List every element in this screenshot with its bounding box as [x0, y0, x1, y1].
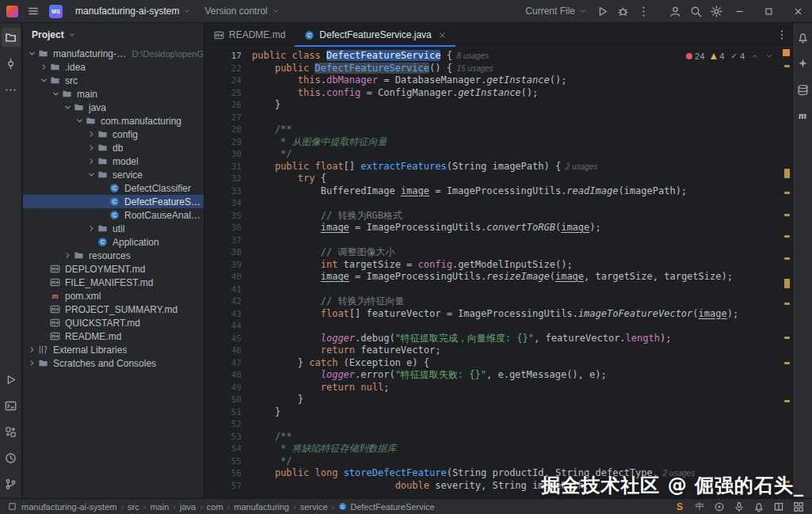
more-tool-windows-icon[interactable]	[2, 80, 21, 99]
chevron-down-icon[interactable]	[28, 49, 36, 58]
breadcrumb-item[interactable]: CDefectFeatureService	[338, 502, 434, 512]
breadcrumb-item[interactable]: manufacturing	[234, 502, 289, 512]
stripe-warning-mark[interactable]	[784, 337, 790, 339]
code-line[interactable]: public DefectFeatureService() { 15 usage…	[252, 63, 781, 75]
code-line[interactable]: public float[] extractFeatures(String im…	[252, 161, 781, 173]
line-number[interactable]: 24	[204, 74, 242, 87]
code-line[interactable]: this.config = ConfigManager.getInstance(…	[252, 87, 781, 100]
line-number[interactable]: 40	[204, 271, 242, 284]
terminal-tool-icon[interactable]	[2, 396, 21, 415]
version-control-menu[interactable]: Version control	[199, 2, 284, 21]
tree-item[interactable]: db	[23, 141, 204, 154]
chevron-right-icon[interactable]	[28, 359, 36, 367]
close-button[interactable]	[784, 0, 812, 23]
stripe-warning-mark[interactable]	[783, 49, 790, 56]
breadcrumb-item[interactable]: com	[207, 502, 223, 512]
line-number[interactable]: 22	[204, 63, 242, 75]
tree-item[interactable]: config	[23, 128, 204, 141]
line-number[interactable]: 30	[204, 148, 242, 161]
project-logo[interactable]: MS	[49, 5, 63, 18]
stripe-warning-mark[interactable]	[784, 65, 790, 67]
chevron-down-icon[interactable]	[63, 103, 72, 112]
tree-item[interactable]: util	[23, 222, 204, 235]
line-number[interactable]: 54	[204, 443, 242, 455]
line-number[interactable]: 36	[204, 222, 242, 234]
breadcrumb-item[interactable]: main	[150, 502, 169, 512]
line-number[interactable]: 33	[204, 185, 242, 198]
line-number[interactable]: 49	[204, 382, 242, 394]
stripe-warning-mark[interactable]	[784, 400, 790, 402]
line-number[interactable]: 29	[204, 136, 242, 149]
tab-options-icon[interactable]	[776, 29, 787, 40]
code-line[interactable]: try {	[252, 173, 781, 185]
line-number[interactable]: 56	[204, 467, 242, 480]
chevron-right-icon[interactable]	[40, 63, 48, 71]
code-line[interactable]	[252, 234, 781, 247]
error-count[interactable]: 24	[686, 51, 704, 61]
run-icon[interactable]	[593, 2, 612, 21]
tree-item[interactable]: CApplication	[23, 235, 204, 249]
minimize-button[interactable]	[726, 0, 753, 23]
previous-problem-icon[interactable]	[751, 52, 759, 60]
chevron-right-icon[interactable]	[87, 157, 96, 166]
code-line[interactable]: return null;	[252, 382, 781, 394]
user-icon[interactable]	[665, 2, 684, 21]
code-line[interactable]: * 将缺陷特征存储到数据库	[252, 443, 781, 455]
code-line[interactable]	[252, 197, 781, 210]
code-line[interactable]: /**	[252, 124, 781, 136]
code-line[interactable]: * 从图像中提取特征向量	[252, 136, 781, 149]
tree-item[interactable]: Scratches and Consoles	[23, 356, 204, 370]
tree-item[interactable]: QUICKSTART.md	[23, 316, 204, 329]
run-configuration-selector[interactable]: Current File	[520, 2, 593, 21]
line-number[interactable]: 42	[204, 295, 242, 308]
breadcrumb-item[interactable]: java	[180, 502, 196, 512]
line-number[interactable]: 31	[204, 161, 242, 173]
line-number[interactable]: 45	[204, 333, 242, 345]
code-line[interactable]: BufferedImage image = ImageProcessingUti…	[252, 185, 781, 198]
line-number[interactable]: 43	[204, 308, 242, 321]
error-stripe[interactable]	[781, 48, 792, 498]
line-number[interactable]: 28	[204, 124, 242, 136]
code-line[interactable]: // 转换为RGB格式	[252, 210, 781, 223]
chevron-down-icon[interactable]	[87, 170, 96, 179]
tree-item[interactable]: CRootCauseAnalyzer	[23, 208, 204, 222]
more-actions-icon[interactable]	[634, 2, 653, 21]
line-number[interactable]: 51	[204, 406, 242, 419]
maximize-button[interactable]	[755, 0, 783, 23]
tree-item[interactable]: resources	[23, 249, 204, 262]
code-line[interactable]	[252, 112, 781, 124]
tree-item[interactable]: mpom.xml	[23, 289, 204, 303]
line-number[interactable]: 17	[204, 50, 242, 63]
mic-icon[interactable]	[734, 501, 745, 512]
notifications-tool-icon[interactable]	[793, 28, 812, 47]
chevron-down-icon[interactable]	[51, 89, 60, 98]
code-line[interactable]: } catch (Exception e) {	[252, 357, 781, 370]
tree-item[interactable]: manufacturing-ai-systemD:\Desktop\openG	[23, 47, 204, 60]
inspections-widget[interactable]: 24 4 ✓ 4	[686, 51, 773, 61]
line-number[interactable]: 35	[204, 210, 242, 223]
chevron-right-icon[interactable]	[87, 224, 96, 233]
chevron-right-icon[interactable]	[87, 130, 96, 139]
ai-assistant-tool-icon[interactable]	[793, 54, 812, 73]
chevron-right-icon[interactable]	[87, 143, 96, 152]
code-line[interactable]	[252, 418, 781, 431]
translate-icon[interactable]: 中	[694, 501, 705, 512]
code-line[interactable]: logger.debug("特征提取完成，向量维度: {}", featureV…	[252, 333, 781, 345]
git-tool-icon[interactable]	[2, 474, 21, 493]
s-plugin-icon[interactable]: S	[674, 501, 685, 512]
line-number[interactable]: 53	[204, 431, 242, 444]
database-tool-icon[interactable]	[793, 80, 812, 99]
commit-tool-icon[interactable]	[2, 54, 21, 73]
stripe-warning-mark[interactable]	[784, 169, 790, 178]
line-number[interactable]: 48	[204, 369, 242, 382]
stripe-warning-mark[interactable]	[784, 257, 790, 260]
tree-item[interactable]: CDefectFeatureService	[23, 195, 204, 208]
project-selector[interactable]: manufacturing-ai-system	[70, 2, 196, 21]
line-number[interactable]: 55	[204, 455, 242, 468]
tree-item[interactable]: com.manufacturing	[23, 114, 204, 128]
code-line[interactable]: int targetSize = config.getModelInputSiz…	[252, 259, 781, 272]
code-line[interactable]: this.dbManager = DatabaseManager.getInst…	[252, 74, 781, 87]
maven-tool-icon[interactable]: m	[793, 106, 812, 125]
search-icon[interactable]	[686, 2, 705, 21]
code-line[interactable]: image = ImageProcessingUtils.resizeImage…	[252, 271, 781, 284]
